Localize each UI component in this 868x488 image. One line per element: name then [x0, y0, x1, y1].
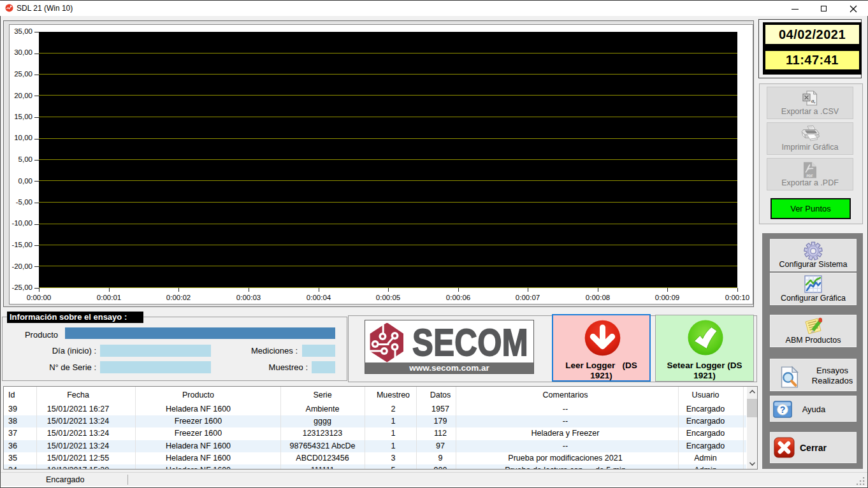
svg-text:a,: a,	[811, 97, 816, 104]
svg-text:PDF: PDF	[807, 174, 813, 178]
svg-text:?: ?	[780, 405, 786, 415]
